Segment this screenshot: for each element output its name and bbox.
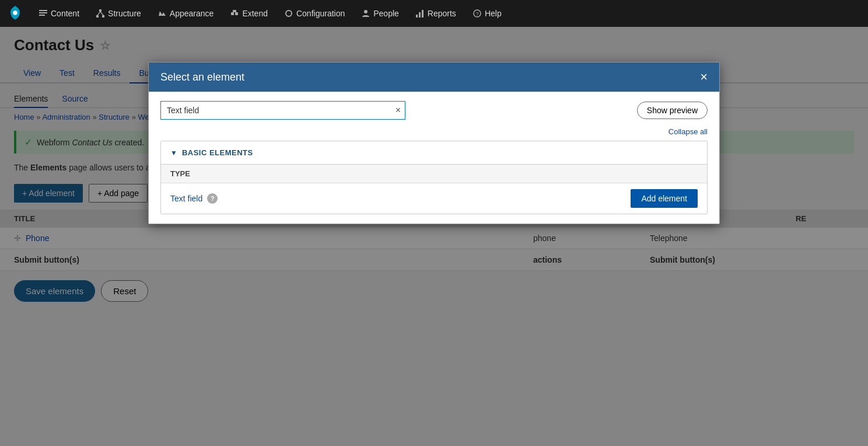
svg-rect-10 <box>235 12 238 15</box>
svg-rect-13 <box>416 15 418 18</box>
top-navigation: Content Structure Appearance Extend Conf… <box>0 0 868 27</box>
svg-rect-6 <box>102 15 104 18</box>
add-element-modal-button[interactable]: Add element <box>631 189 698 208</box>
svg-rect-5 <box>96 15 99 18</box>
svg-rect-15 <box>422 10 424 18</box>
search-clear-button[interactable]: × <box>396 105 401 116</box>
svg-point-12 <box>364 10 368 13</box>
drupal-logo[interactable] <box>5 3 26 24</box>
collapse-row: Collapse all <box>160 127 708 136</box>
svg-line-8 <box>100 12 103 15</box>
nav-extend[interactable]: Extend <box>222 0 276 27</box>
section-header: ▼ BASIC ELEMENTS <box>161 141 707 165</box>
nav-people[interactable]: People <box>353 0 407 27</box>
element-type-header: TYPE <box>161 165 707 183</box>
collapse-all-link[interactable]: Collapse all <box>668 127 708 136</box>
search-input-wrapper: × <box>160 101 405 120</box>
svg-rect-2 <box>39 12 47 13</box>
nav-content[interactable]: Content <box>30 0 88 27</box>
nav-structure[interactable]: Structure <box>88 0 149 27</box>
nav-configuration[interactable]: Configuration <box>276 0 353 27</box>
nav-help[interactable]: ? Help <box>464 0 510 27</box>
section-collapse-icon[interactable]: ▼ <box>170 149 177 157</box>
modal-body: × Show preview Collapse all ▼ BASIC ELEM… <box>149 92 719 224</box>
select-element-modal: Select an element × × Show preview Colla… <box>148 62 720 224</box>
svg-rect-9 <box>231 12 234 15</box>
svg-point-0 <box>13 11 17 15</box>
section-title: BASIC ELEMENTS <box>182 148 253 157</box>
svg-rect-11 <box>233 10 236 12</box>
svg-rect-14 <box>419 12 421 18</box>
modal-close-button[interactable]: × <box>700 71 708 83</box>
show-preview-button[interactable]: Show preview <box>637 102 708 119</box>
element-info: Text field ? <box>170 193 218 204</box>
modal-title: Select an element <box>160 71 244 83</box>
svg-rect-4 <box>99 9 102 12</box>
svg-text:?: ? <box>475 11 478 17</box>
search-row: × Show preview <box>160 101 708 120</box>
svg-rect-3 <box>39 15 45 16</box>
modal-overlay: Select an element × × Show preview Colla… <box>0 27 868 446</box>
basic-elements-section: ▼ BASIC ELEMENTS TYPE Text field ? Add e… <box>160 141 708 214</box>
nav-reports[interactable]: Reports <box>407 0 464 27</box>
text-field-link[interactable]: Text field <box>170 194 202 203</box>
help-icon[interactable]: ? <box>207 193 218 204</box>
element-row: Text field ? Add element <box>161 183 707 214</box>
svg-line-7 <box>97 12 100 15</box>
svg-rect-1 <box>39 10 47 11</box>
modal-header: Select an element × <box>149 62 719 92</box>
search-input[interactable] <box>160 101 405 120</box>
nav-appearance[interactable]: Appearance <box>149 0 222 27</box>
